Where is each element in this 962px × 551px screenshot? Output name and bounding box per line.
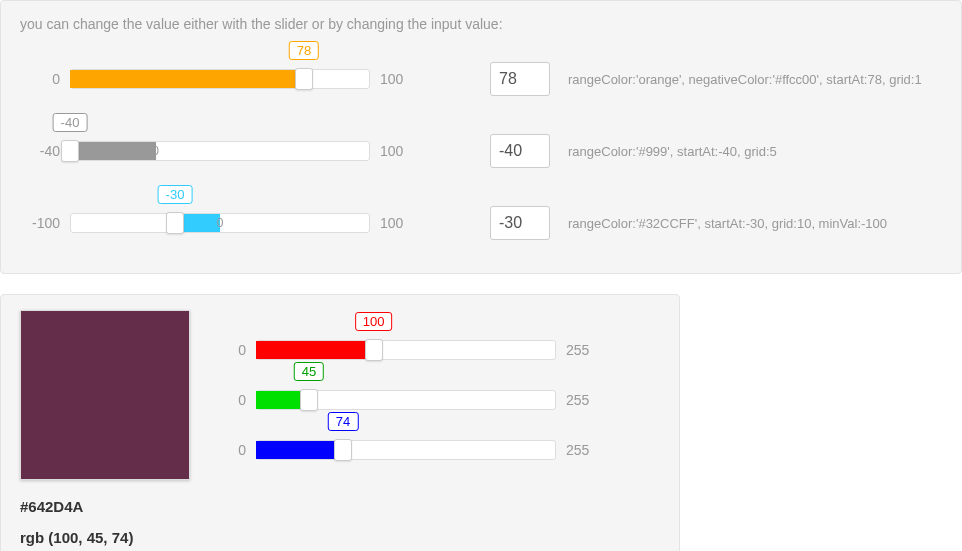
swatch-column: #642D4A rgb (100, 45, 74): [20, 310, 190, 551]
zero-mark: 0: [213, 213, 227, 233]
rgb-max-label: 255: [556, 442, 592, 458]
slider-thumb[interactable]: [61, 140, 79, 162]
value-bubble: -40: [53, 113, 88, 132]
value-bubble: 78: [289, 41, 319, 60]
slider-desc: rangeColor:'orange', negativeColor:'#ffc…: [568, 72, 922, 87]
slider-thumb[interactable]: [365, 339, 383, 361]
rgb-sliders: 0 100 255 0 45 255 0 74 255: [220, 310, 660, 551]
max-label: 100: [370, 71, 420, 87]
slider-desc: rangeColor:'#999', startAt:-40, grid:5: [568, 144, 777, 159]
color-swatch: [20, 310, 190, 480]
rgb-row: 0 100 255: [220, 340, 660, 360]
slider-row: 0 78 100 rangeColor:'orange', negativeCo…: [20, 62, 942, 96]
slider-fill: [256, 441, 343, 459]
value-input[interactable]: [490, 206, 550, 240]
slider-thumb[interactable]: [166, 212, 184, 234]
min-label: 0: [20, 71, 70, 87]
slider-thumb[interactable]: [295, 68, 313, 90]
slider-fill: [70, 70, 304, 88]
value-input[interactable]: [490, 134, 550, 168]
rgb-min-label: 0: [220, 392, 256, 408]
rgb-text: rgb (100, 45, 74): [20, 529, 190, 546]
slider-row: -40 0 -40 100 rangeColor:'#999', startAt…: [20, 134, 942, 168]
slider[interactable]: 0 -40: [70, 141, 370, 161]
slider-thumb[interactable]: [300, 389, 318, 411]
value-input[interactable]: [490, 62, 550, 96]
slider-desc: rangeColor:'#32CCFF', startAt:-30, grid:…: [568, 216, 887, 231]
max-label: 100: [370, 215, 420, 231]
value-bubble: 74: [328, 412, 358, 431]
slider[interactable]: 0 -30: [70, 213, 370, 233]
value-bubble: -30: [158, 185, 193, 204]
slider-thumb[interactable]: [334, 439, 352, 461]
slider[interactable]: 78: [70, 69, 370, 89]
intro-text: you can change the value either with the…: [20, 16, 942, 32]
hex-text: #642D4A: [20, 498, 190, 515]
min-label: -100: [20, 215, 70, 231]
rgb-slider[interactable]: 100: [256, 340, 556, 360]
rgb-max-label: 255: [556, 342, 592, 358]
slider-fill: [70, 142, 156, 160]
value-bubble: 100: [355, 312, 393, 331]
slider-row: -100 0 -30 100 rangeColor:'#32CCFF', sta…: [20, 206, 942, 240]
max-label: 100: [370, 143, 420, 159]
rgb-row: 0 74 255: [220, 440, 660, 460]
value-bubble: 45: [294, 362, 324, 381]
rgb-max-label: 255: [556, 392, 592, 408]
rgb-panel: #642D4A rgb (100, 45, 74) 0 100 255 0 45…: [0, 294, 680, 551]
zero-mark: 0: [149, 141, 163, 161]
rgb-slider[interactable]: 74: [256, 440, 556, 460]
rgb-slider[interactable]: 45: [256, 390, 556, 410]
slider-panel: you can change the value either with the…: [0, 0, 962, 274]
rgb-row: 0 45 255: [220, 390, 660, 410]
slider-fill: [256, 341, 374, 359]
rgb-min-label: 0: [220, 342, 256, 358]
rgb-min-label: 0: [220, 442, 256, 458]
